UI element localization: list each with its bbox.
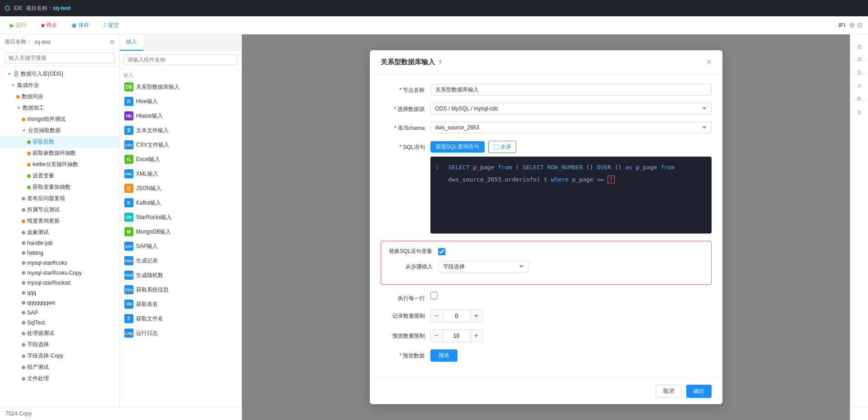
panel-item-csv[interactable]: CSV CSV文件输入: [120, 138, 241, 152]
sidebar-search-input[interactable]: [5, 52, 115, 63]
tree-item-fileprocess[interactable]: 文件处理: [0, 373, 119, 384]
status-dot: [16, 95, 20, 99]
csv-icon: CSV: [124, 140, 133, 149]
sql-field: 获取SQL查询语句 ⛶ 全屏 1 SELECT: [430, 141, 712, 234]
panel-item-tablename[interactable]: Tbl 获取表名: [120, 297, 241, 311]
tree-item-integration[interactable]: ▼ 集成作业: [0, 80, 119, 91]
record-limit-input[interactable]: [443, 310, 470, 322]
tree-item-production[interactable]: 投产测试: [0, 362, 119, 373]
app-logo: ⬡: [5, 5, 10, 12]
panel-item-filename[interactable]: F 获取文件名: [120, 311, 241, 326]
execute-each-checkbox[interactable]: [430, 292, 438, 299]
panel-search-input[interactable]: [123, 54, 238, 65]
panel-item-runlog[interactable]: Log 运行日志: [120, 326, 241, 340]
variable-section: 替换SQL语句变量 从步骤插入 字段选择: [381, 241, 712, 285]
form-row-schema: * 库/Schema dws_source_2653: [381, 122, 712, 134]
tree-item-qqqwe[interactable]: qqqqqqqwe: [0, 298, 119, 308]
status-dot: [22, 354, 25, 358]
sql-editor[interactable]: 1 SELECT p_page from ( SELECT ROW_NU: [430, 157, 712, 234]
status-dot: [22, 208, 25, 212]
tree-item-pagination[interactable]: ▼ 分页抽取数据: [0, 125, 119, 136]
stop-button[interactable]: ■ 停止: [37, 19, 61, 31]
insert-step-select[interactable]: 字段选择: [438, 261, 528, 272]
panel-item-excel[interactable]: XL Excel输入: [120, 152, 241, 167]
tree-item-handlejob[interactable]: handle-job: [0, 238, 119, 248]
tree-item-getvar[interactable]: 获取变量加抽数: [0, 181, 119, 193]
tree-item-setvar[interactable]: 设置变量: [0, 170, 119, 181]
record-limit-decrement[interactable]: −: [430, 310, 443, 322]
tree-item-dataprocess[interactable]: ▼ 数据加工: [0, 102, 119, 114]
tree-item-ods[interactable]: ▼ 🗄 数据引入层(ODS): [0, 68, 119, 80]
status-dot: [22, 301, 25, 305]
tree-item-nodetest[interactable]: 所属节点测试: [0, 204, 119, 215]
runlog-icon: Log: [124, 329, 133, 338]
tree-item-hebing[interactable]: hebing: [0, 248, 119, 258]
tree-item-sap[interactable]: SAP: [0, 308, 119, 318]
xml-icon: XML: [124, 169, 133, 178]
tree-item-dimquery[interactable]: 维度查询更新: [0, 215, 119, 227]
preview-limit-decrement[interactable]: −: [430, 329, 443, 342]
tree-item-kettle[interactable]: kettle分页循环抽数: [0, 159, 119, 170]
preview-limit-increment[interactable]: +: [470, 329, 483, 342]
panel-item-sysinfo[interactable]: Sys 获取系统信息: [120, 282, 241, 297]
tree-item-mysqlstard[interactable]: mysql-starRocksd: [0, 278, 119, 288]
hbase-icon: Hb: [124, 111, 133, 120]
tree-item-fieldselcopy[interactable]: 字段选择-Copy: [0, 350, 119, 362]
panel-item-hbase[interactable]: Hb Hbase输入: [120, 109, 241, 123]
save-button[interactable]: ▣ 保存: [67, 19, 94, 31]
tree-item-params[interactable]: 获取参数循环抽数: [0, 148, 119, 159]
status-dot: [22, 251, 25, 255]
tree-item-publish[interactable]: 发布后问题复现: [0, 193, 119, 204]
replace-sql-checkbox[interactable]: [438, 248, 445, 255]
tree-item-getpages[interactable]: 获取页数: [0, 136, 119, 148]
preview-button[interactable]: 预览: [430, 349, 458, 362]
help-icon[interactable]: ?: [439, 59, 442, 66]
tree-item-fieldsel[interactable]: 字段选择: [0, 339, 119, 350]
panel-item-hive[interactable]: H Hive输入: [120, 94, 241, 109]
submit-icon: ⤴: [104, 22, 106, 29]
modal-close-button[interactable]: ×: [707, 57, 712, 67]
tree-item-mysqlstarcopy[interactable]: mysql-starRcoks-Copy: [0, 268, 119, 278]
middle-panel: 输入 输入 DB 关系型数据库输入 H Hive输入 Hb Hbase输入 文 …: [120, 34, 242, 420]
tree-item-sqltest[interactable]: SqlTest: [0, 318, 119, 328]
divider2: [852, 60, 866, 61]
tab-input[interactable]: 输入: [120, 34, 143, 51]
panel-item-random[interactable]: Rnd 生成随机数: [120, 268, 241, 282]
far-right-label5: 数: [856, 91, 863, 96]
tree-item-blood[interactable]: 血象测试: [0, 227, 119, 238]
toolbar-right: IFl ⊕ ⊖: [838, 21, 863, 29]
schema-select[interactable]: dws_source_2653: [430, 122, 712, 134]
datasource-select[interactable]: ODS / MySQL / mysql-cdc: [430, 103, 712, 115]
record-limit-increment[interactable]: +: [470, 310, 483, 322]
submit-button[interactable]: ⤴ 提交: [99, 19, 123, 31]
confirm-button[interactable]: 确定: [686, 385, 712, 398]
project-label-sidebar: 项目名称：: [5, 38, 32, 46]
cancel-button[interactable]: 取消: [656, 385, 682, 398]
fullscreen-button[interactable]: ⛶ 全屏: [488, 141, 516, 153]
panel-item-textfile[interactable]: 文 文本文件输入: [120, 123, 241, 138]
preview-limit-label: 预览数量限制: [381, 329, 430, 340]
tree-item-qqq[interactable]: qqq: [0, 288, 119, 298]
main-layout: 项目名称： xq-test ⚙ ▼ 🗄 数据引入层(ODS) ▼ 集成作业 数据…: [0, 34, 868, 420]
panel-item-starrocks[interactable]: SR StarRocks输入: [120, 210, 241, 224]
form-row-preview: * 预览数据 预览: [381, 349, 712, 362]
panel-item-rdb[interactable]: DB 关系型数据库输入: [120, 80, 241, 94]
node-name-input[interactable]: [430, 84, 712, 95]
panel-item-genrecord[interactable]: Gen 生成记录: [120, 253, 241, 268]
fetch-sql-button[interactable]: 获取SQL查询语句: [430, 141, 485, 153]
divider: [852, 47, 866, 48]
tree-item-mysqlstar[interactable]: mysql-starRcoks: [0, 258, 119, 268]
run-button[interactable]: ▶ 运行: [5, 19, 31, 31]
panel-item-json[interactable]: {} JSON输入: [120, 181, 241, 196]
tree-item-mongo[interactable]: mongo组件测试: [0, 114, 119, 125]
panel-item-sap[interactable]: SAP SAP输入: [120, 239, 241, 253]
preview-limit-input[interactable]: [443, 329, 470, 342]
sidebar-bottom-bar: 7024 Copy: [0, 406, 120, 420]
panel-item-mongodb[interactable]: M MongoDB输入: [120, 224, 241, 239]
tree-item-clevel[interactable]: 处理级测试: [0, 328, 119, 339]
panel-item-kafka[interactable]: K Kafka输入: [120, 196, 241, 210]
tree-item-datasync[interactable]: 数据同步: [0, 91, 119, 102]
settings-icon[interactable]: ⚙: [110, 39, 115, 45]
status-dot: [22, 271, 25, 275]
panel-item-xml[interactable]: XML XML输入: [120, 167, 241, 181]
